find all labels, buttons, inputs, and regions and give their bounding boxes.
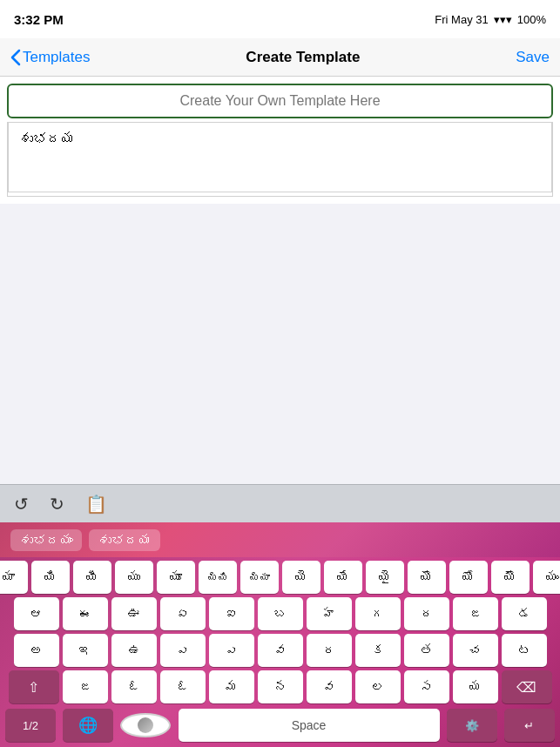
keyboard-row-1: యి యా యి యీ యు యూ య్యి య్యా యె యే యై యొ …	[2, 561, 558, 594]
key-ga[interactable]: గ	[355, 597, 401, 630]
key-e2[interactable]: ఎ	[209, 634, 254, 667]
key-dda[interactable]: డ	[502, 597, 547, 630]
page-content: శుభదయ	[0, 77, 560, 204]
keyboard-toolbar: ↺ ↻ 📋	[0, 484, 560, 522]
keyboard-container: ↺ ↻ 📋 శుభదయం శుభదయ యి యా యి యీ యు యూ య్య…	[0, 484, 560, 747]
key-da[interactable]: ద	[404, 597, 449, 630]
shift-key[interactable]: ⇧	[9, 670, 59, 703]
keyboard-bottom-row: 1/2 🌐 Space ⚙️ ↵	[2, 707, 558, 745]
key-ta[interactable]: త	[404, 634, 449, 667]
space-key[interactable]: Space	[179, 709, 440, 742]
back-label: Templates	[23, 49, 90, 66]
back-button[interactable]: Templates	[10, 49, 90, 66]
key-ha[interactable]: హ	[307, 597, 352, 630]
key-ya[interactable]: య	[453, 670, 498, 703]
template-textarea[interactable]: శుభదయ	[8, 123, 552, 192]
key-ka[interactable]: క	[355, 634, 401, 667]
keyboard-row-3: అ ఇ ఉ ఎ ఎ వ ర క త చ ట	[2, 634, 558, 667]
key-ja2[interactable]: జ	[63, 670, 108, 703]
key-uu[interactable]: ఊ	[111, 597, 157, 630]
delete-key[interactable]: ⌫	[502, 670, 552, 703]
wifi-icon: ▾▾▾	[494, 13, 512, 26]
save-button[interactable]: Save	[516, 49, 550, 66]
keyboard-row-4: ⇧ జ ఓ ఓ మ న వ ల స య ⌫	[2, 670, 558, 703]
key-va[interactable]: వ	[258, 634, 303, 667]
key-sa[interactable]: స	[404, 670, 449, 703]
key-ba[interactable]: బ	[258, 597, 303, 630]
key-oo2[interactable]: ఓ	[160, 670, 206, 703]
nav-bar: Templates Create Template Save	[0, 38, 560, 77]
key-oo[interactable]: ఓ	[111, 670, 157, 703]
key-la[interactable]: ల	[355, 670, 401, 703]
key-yau[interactable]: యౌ	[491, 561, 530, 594]
key-u[interactable]: ఉ	[111, 634, 157, 667]
key-ye2[interactable]: యే	[324, 561, 362, 594]
status-bar: 3:32 PM Fri May 31 ▾▾▾ 100%	[0, 0, 560, 38]
key-yi2[interactable]: యి	[31, 561, 70, 594]
key-va2[interactable]: వ	[307, 670, 352, 703]
key-ye[interactable]: యె	[282, 561, 320, 594]
key-aa[interactable]: ఆ	[14, 597, 59, 630]
text-container: శుభదయ	[7, 122, 553, 197]
key-i[interactable]: ఇ	[63, 634, 108, 667]
key-yaa[interactable]: యా	[0, 561, 28, 594]
globe-key[interactable]: 🌐	[63, 709, 113, 742]
keyboard-rows: యి యా యి యీ యు యూ య్యి య్యా యె యే యై యొ …	[0, 557, 560, 747]
key-yo[interactable]: యొ	[408, 561, 446, 594]
keyboard-row-2: ఆ ఈ ఊ ఏ ఐ బ హ గ ద జ డ	[2, 597, 558, 630]
status-right: Fri May 31 ▾▾▾ 100%	[435, 13, 546, 26]
key-tta[interactable]: ట	[502, 634, 547, 667]
settings-key[interactable]: ⚙️	[447, 709, 497, 742]
template-name-input[interactable]	[7, 84, 553, 118]
key-yyaa[interactable]: య్యి	[199, 561, 237, 594]
key-yam[interactable]: యం	[533, 561, 561, 594]
battery-icon: 100%	[517, 13, 546, 26]
key-yuu[interactable]: యూ	[157, 561, 195, 594]
key-cha[interactable]: చ	[453, 634, 498, 667]
key-ra[interactable]: ర	[307, 634, 352, 667]
key-ai[interactable]: ఐ	[209, 597, 254, 630]
autocomplete-word-1[interactable]: శుభదయం	[10, 529, 82, 551]
nav-title: Create Template	[246, 49, 360, 66]
key-ee[interactable]: ఏ	[160, 597, 206, 630]
num-key[interactable]: 1/2	[5, 709, 56, 742]
key-yai[interactable]: యై	[366, 561, 404, 594]
key-yoo[interactable]: యో	[449, 561, 488, 594]
key-ja[interactable]: జ	[453, 597, 498, 630]
key-ma[interactable]: మ	[209, 670, 254, 703]
circle-key[interactable]	[120, 713, 171, 737]
key-ii[interactable]: ఈ	[63, 597, 108, 630]
undo-button[interactable]: ↺	[10, 490, 32, 518]
key-e[interactable]: ఎ	[160, 634, 206, 667]
key-yyaa2[interactable]: య్యా	[240, 561, 279, 594]
redo-button[interactable]: ↻	[46, 490, 68, 518]
key-a[interactable]: అ	[14, 634, 59, 667]
paste-button[interactable]: 📋	[82, 490, 111, 518]
key-na[interactable]: న	[258, 670, 303, 703]
autocomplete-bar: శుభదయం శుభదయ	[0, 522, 560, 557]
return-key[interactable]: ↵	[504, 709, 555, 742]
circle-inner	[138, 717, 153, 733]
key-yu[interactable]: యు	[115, 561, 153, 594]
key-yii[interactable]: యీ	[73, 561, 111, 594]
status-time: 3:32 PM	[14, 12, 64, 27]
status-date: Fri May 31	[435, 13, 488, 26]
autocomplete-word-2[interactable]: శుభదయ	[89, 529, 160, 551]
